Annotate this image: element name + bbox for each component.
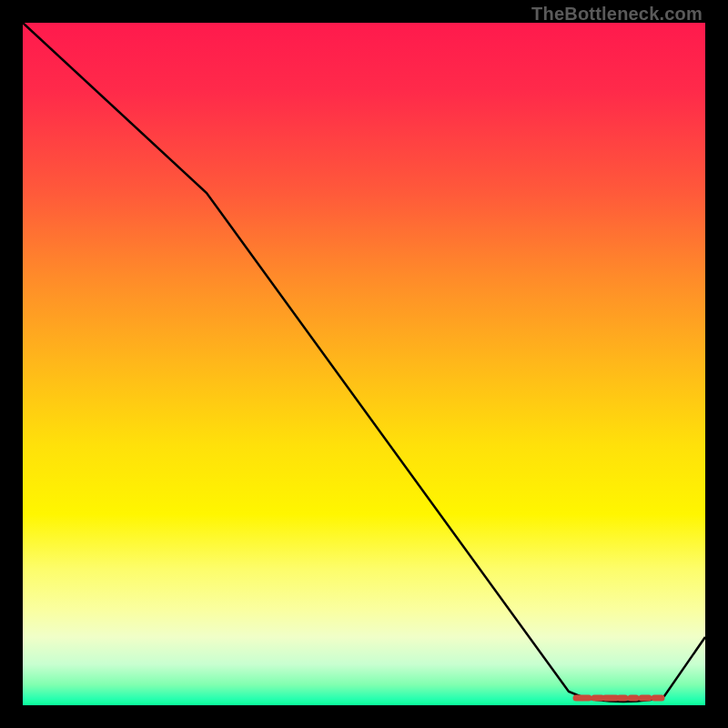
chart-frame: TheBottleneck.com	[0, 0, 728, 728]
attribution-text: TheBottleneck.com	[531, 4, 703, 25]
plot-area	[23, 23, 705, 705]
